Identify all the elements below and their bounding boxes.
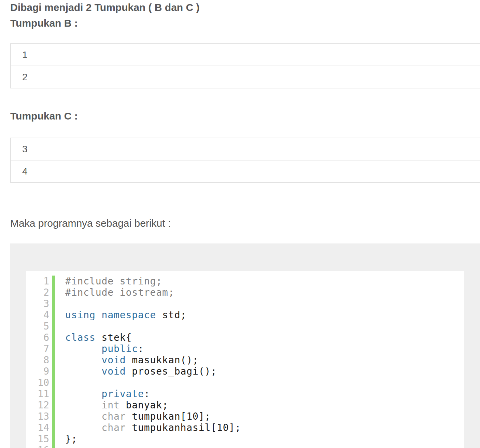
code-lines: 1#include string;2#include iostream;34us…: [26, 271, 464, 448]
code-line: 2#include iostream;: [26, 287, 464, 298]
code-text: char tumpukan[10];: [55, 411, 211, 422]
line-number: 13: [26, 411, 55, 422]
code-text: [55, 298, 65, 309]
code-block: 1#include string;2#include iostream;34us…: [10, 243, 480, 448]
code-line: 10: [26, 377, 464, 388]
line-number: 9: [26, 366, 55, 377]
code-token: [65, 354, 102, 366]
cell-value: 1: [22, 50, 28, 60]
code-text: char tumpukanhasil[10];: [55, 422, 241, 433]
code-token: };: [65, 433, 77, 445]
table-row: 4: [11, 160, 480, 182]
code-token: tumpukanhasil[10];: [126, 422, 241, 433]
code-text: using namespace std;: [55, 309, 186, 321]
code-token: stek{: [96, 332, 132, 343]
code-token: char: [102, 422, 126, 433]
code-line: 12 int banyak;: [26, 400, 464, 411]
code-token: int: [102, 400, 120, 411]
cell-value: 3: [22, 144, 28, 155]
line-number: 15: [26, 433, 55, 445]
code-token: private: [102, 388, 144, 400]
code-line: 6class stek{: [26, 332, 464, 343]
code-token: tumpukan[10];: [126, 411, 211, 422]
line-number: 10: [26, 377, 55, 388]
line-number: 4: [26, 309, 55, 321]
line-number: 5: [26, 321, 55, 332]
line-number: 3: [26, 298, 55, 309]
code-text: [55, 321, 65, 332]
code-text: #include string;: [55, 276, 162, 287]
line-number: 1: [26, 276, 55, 287]
code-token: [65, 343, 102, 354]
code-text: [55, 445, 65, 448]
code-text: [55, 377, 65, 388]
cell-value: 2: [22, 72, 28, 83]
table-row: 1: [11, 44, 480, 66]
code-token: [65, 411, 102, 422]
heading-tumpukan-c: Tumpukan C :: [10, 110, 480, 123]
code-text: int banyak;: [55, 400, 168, 411]
code-line: 5: [26, 321, 464, 332]
line-number: 14: [26, 422, 55, 433]
line-number: 16: [26, 445, 55, 448]
code-text: private:: [55, 388, 150, 400]
code-text: void proses_bagi();: [55, 366, 217, 377]
line-number: 7: [26, 343, 55, 354]
code-line: 4using namespace std;: [26, 309, 464, 321]
code-line: 9 void proses_bagi();: [26, 366, 464, 377]
code-token: :: [138, 343, 144, 354]
code-token: banyak;: [120, 400, 168, 411]
code-line: 13 char tumpukan[10];: [26, 411, 464, 422]
code-line: 7 public:: [26, 343, 464, 354]
code-token: proses_bagi();: [126, 366, 217, 377]
code-token: #include iostream;: [65, 287, 174, 298]
table-row: 3: [11, 138, 480, 160]
intro-paragraph: Maka programnya sebagai berikut :: [10, 217, 480, 230]
code-token: void: [102, 354, 126, 366]
stack-c-table: 34: [10, 138, 480, 183]
code-token: char: [102, 411, 126, 422]
code-token: void: [102, 366, 126, 377]
cell-value: 4: [22, 166, 28, 177]
code-text: public:: [55, 343, 144, 354]
code-line: 1#include string;: [26, 276, 464, 287]
code-line: 14 char tumpukanhasil[10];: [26, 422, 464, 433]
code-token: using namespace: [65, 309, 156, 321]
code-token: masukkan();: [126, 354, 199, 366]
code-token: std;: [156, 309, 186, 321]
heading-tumpukan-b: Tumpukan B :: [10, 17, 480, 30]
code-line: 16: [26, 445, 464, 448]
code-token: class: [65, 332, 96, 343]
code-text: class stek{: [55, 332, 132, 343]
code-line: 15};: [26, 433, 464, 445]
code-line: 8 void masukkan();: [26, 354, 464, 366]
line-number: 6: [26, 332, 55, 343]
code-token: :: [144, 388, 150, 400]
code-line: 3: [26, 298, 464, 309]
code-token: [65, 422, 102, 433]
code-token: [65, 366, 102, 377]
line-number: 12: [26, 400, 55, 411]
code-text: };: [55, 433, 77, 445]
code-token: #include string;: [65, 276, 162, 287]
line-number: 11: [26, 388, 55, 400]
line-number: 2: [26, 287, 55, 298]
code-token: [65, 388, 102, 400]
table-row: 2: [11, 66, 480, 88]
line-number: 8: [26, 354, 55, 366]
code-token: [65, 400, 102, 411]
stack-b-table: 12: [10, 43, 480, 88]
code-text: void masukkan();: [55, 354, 199, 366]
heading-main: Dibagi menjadi 2 Tumpukan ( B dan C ): [10, 0, 480, 14]
code-token: public: [102, 343, 138, 354]
code-line: 11 private:: [26, 388, 464, 400]
code-text: #include iostream;: [55, 287, 174, 298]
